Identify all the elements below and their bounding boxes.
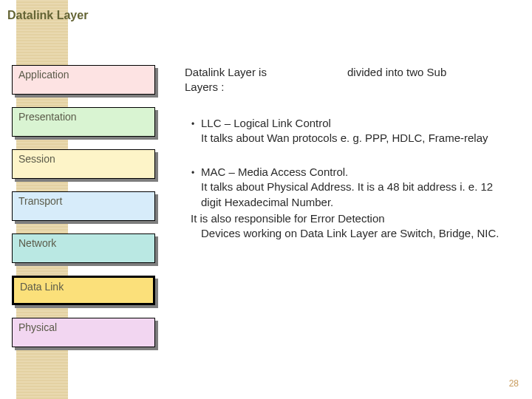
intro-row: Datalink Layer is divided into two Sub	[185, 65, 510, 80]
layer-box: Physical	[12, 318, 155, 347]
layer-box: Application	[12, 65, 155, 95]
layer-session: Session	[12, 149, 158, 179]
slide-title: Datalink Layer	[7, 9, 88, 22]
bullet-head: MAC – Media Access Control.	[201, 165, 510, 180]
layer-transport: Transport	[12, 191, 158, 221]
bullet-mac: • MAC – Media Access Control. It talks a…	[185, 165, 510, 241]
intro-text-below: Layers :	[185, 80, 510, 95]
page-number: 28	[509, 378, 519, 389]
slide: Datalink Layer Application Presentation …	[0, 0, 532, 399]
layer-physical: Physical	[12, 318, 158, 347]
osi-layer-stack: Application Presentation Session Transpo…	[12, 65, 158, 360]
layer-data-link: Data Link	[12, 276, 158, 305]
bullet-text: LLC – Logical Link Control It talks abou…	[201, 116, 510, 146]
bullet-text: MAC – Media Access Control. It talks abo…	[201, 165, 510, 241]
layer-network: Network	[12, 233, 158, 263]
intro-text-right: divided into two Sub	[347, 65, 510, 80]
layer-box: Data Link	[12, 276, 155, 305]
bullet-llc: • LLC – Logical Link Control It talks ab…	[185, 116, 510, 146]
layer-box: Session	[12, 149, 155, 179]
bullet-line: Devices working on Data Link Layer are S…	[201, 226, 510, 241]
bullet-head: LLC – Logical Link Control	[201, 116, 510, 131]
bullet-marker: •	[185, 165, 201, 241]
bullet-list: • LLC – Logical Link Control It talks ab…	[185, 116, 510, 242]
layer-box: Presentation	[12, 107, 155, 137]
intro-text-left: Datalink Layer is	[185, 65, 347, 80]
bullet-marker: •	[185, 116, 201, 146]
layer-box: Network	[12, 233, 155, 263]
bullet-line: It talks about Wan protocols e. g. PPP, …	[201, 131, 510, 146]
content-area: Datalink Layer is divided into two Sub L…	[185, 65, 510, 260]
bullet-line: It talks about Physical Address. It is a…	[201, 180, 510, 210]
bullet-line: It is also responsible for Error Detecti…	[191, 211, 510, 226]
layer-application: Application	[12, 65, 158, 95]
layer-box: Transport	[12, 191, 155, 221]
layer-presentation: Presentation	[12, 107, 158, 137]
